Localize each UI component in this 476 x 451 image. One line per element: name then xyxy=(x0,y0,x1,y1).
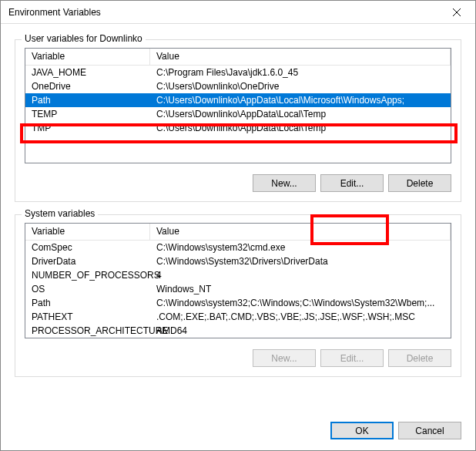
system-buttons-row: New... Edit... Delete xyxy=(25,349,451,367)
system-list-header: Variable Value xyxy=(25,224,451,241)
cell-variable: Path xyxy=(25,297,150,309)
cell-variable: NUMBER_OF_PROCESSORS xyxy=(25,269,150,281)
system-variables-label: System variables xyxy=(22,208,98,219)
cell-variable: ComSpec xyxy=(25,241,150,254)
column-value[interactable]: Value xyxy=(150,49,451,65)
titlebar: Environment Variables xyxy=(1,1,475,24)
close-button[interactable] xyxy=(440,2,474,23)
user-variables-label: User variables for Downlinko xyxy=(22,33,146,44)
cell-value: C:\Windows\system32;C:\Windows;C:\Window… xyxy=(150,297,451,309)
list-item[interactable]: JAVA_HOME C:\Program Files\Java\jdk1.6.0… xyxy=(25,66,451,79)
cell-variable: TEMP xyxy=(25,108,150,120)
cell-variable: PROCESSOR_ARCHITECTURE xyxy=(25,325,150,337)
list-item-selected[interactable]: Path C:\Users\Downlinko\AppData\Local\Mi… xyxy=(25,93,451,107)
system-list-body[interactable]: ComSpec C:\Windows\system32\cmd.exe Driv… xyxy=(25,241,451,338)
column-value[interactable]: Value xyxy=(150,224,451,240)
cell-value: C:\Users\Downlinko\OneDrive xyxy=(150,80,451,93)
user-list-header: Variable Value xyxy=(25,49,451,66)
user-buttons-row: New... Edit... Delete xyxy=(25,174,451,192)
cell-variable: Path xyxy=(25,94,150,106)
close-icon xyxy=(453,8,461,16)
system-new-button[interactable]: New... xyxy=(253,349,316,367)
list-item[interactable]: TEMP C:\Users\Downlinko\AppData\Local\Te… xyxy=(25,107,451,121)
ok-button[interactable]: OK xyxy=(330,422,394,439)
user-variables-list[interactable]: Variable Value JAVA_HOME C:\Program File… xyxy=(25,48,451,163)
cell-value: C:\Windows\System32\Drivers\DriverData xyxy=(150,255,451,268)
user-list-body[interactable]: JAVA_HOME C:\Program Files\Java\jdk1.6.0… xyxy=(25,66,451,163)
user-delete-button[interactable]: Delete xyxy=(388,174,451,192)
system-delete-button[interactable]: Delete xyxy=(388,349,451,367)
cell-value: 4 xyxy=(150,269,451,281)
cell-value: C:\Users\Downlinko\AppData\Local\Temp xyxy=(150,122,451,134)
dialog-body: User variables for Downlinko Variable Va… xyxy=(1,24,475,417)
cell-variable: TMP xyxy=(25,122,150,134)
cell-variable: DriverData xyxy=(25,255,150,268)
list-item[interactable]: ComSpec C:\Windows\system32\cmd.exe xyxy=(25,241,451,254)
cell-value: AMD64 xyxy=(150,325,451,337)
cell-value: .COM;.EXE;.BAT;.CMD;.VBS;.VBE;.JS;.JSE;.… xyxy=(150,311,451,323)
list-item[interactable]: OS Windows_NT xyxy=(25,282,451,296)
list-item[interactable]: PROCESSOR_ARCHITECTURE AMD64 xyxy=(25,324,451,338)
list-item[interactable]: NUMBER_OF_PROCESSORS 4 xyxy=(25,268,451,282)
list-item[interactable]: OneDrive C:\Users\Downlinko\OneDrive xyxy=(25,79,451,93)
cell-variable: PATHEXT xyxy=(25,311,150,323)
cell-value: Windows_NT xyxy=(150,283,451,295)
list-item[interactable]: Path C:\Windows\system32;C:\Windows;C:\W… xyxy=(25,296,451,310)
system-variables-list[interactable]: Variable Value ComSpec C:\Windows\system… xyxy=(25,223,451,338)
user-variables-group: User variables for Downlinko Variable Va… xyxy=(15,39,461,202)
list-item[interactable]: TMP C:\Users\Downlinko\AppData\Local\Tem… xyxy=(25,121,451,135)
cell-variable: OS xyxy=(25,283,150,295)
list-item[interactable]: PATHEXT .COM;.EXE;.BAT;.CMD;.VBS;.VBE;.J… xyxy=(25,310,451,324)
cell-value: C:\Users\Downlinko\AppData\Local\Microso… xyxy=(150,94,451,106)
user-edit-button[interactable]: Edit... xyxy=(320,174,384,192)
column-variable[interactable]: Variable xyxy=(25,49,150,65)
cell-variable: OneDrive xyxy=(25,80,150,93)
cell-value: C:\Windows\system32\cmd.exe xyxy=(150,241,451,254)
cell-value: C:\Program Files\Java\jdk1.6.0_45 xyxy=(150,66,451,79)
system-variables-group: System variables Variable Value ComSpec … xyxy=(15,214,461,377)
dialog-footer: OK Cancel xyxy=(1,417,475,450)
env-vars-dialog: Environment Variables User variables for… xyxy=(0,0,476,451)
user-new-button[interactable]: New... xyxy=(253,174,316,192)
cell-value: C:\Users\Downlinko\AppData\Local\Temp xyxy=(150,108,451,120)
window-title: Environment Variables xyxy=(8,7,440,18)
cancel-button[interactable]: Cancel xyxy=(398,422,461,439)
column-variable[interactable]: Variable xyxy=(25,224,150,240)
list-item[interactable]: DriverData C:\Windows\System32\Drivers\D… xyxy=(25,254,451,268)
cell-variable: JAVA_HOME xyxy=(25,66,150,79)
system-edit-button[interactable]: Edit... xyxy=(320,349,384,367)
